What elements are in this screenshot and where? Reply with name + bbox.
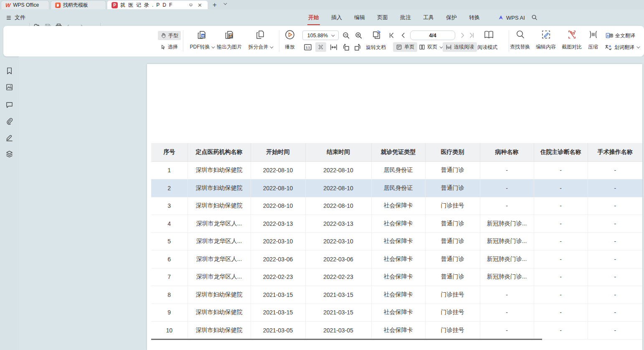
- find-replace-button[interactable]: 查找替换: [507, 28, 533, 52]
- table-cell: -: [534, 322, 588, 340]
- page-number-input[interactable]: 4/4: [410, 31, 455, 40]
- table-cell: 深圳市妇幼保健院: [188, 161, 251, 179]
- document-side-panel: [0, 56, 19, 350]
- comment-icon[interactable]: [5, 101, 13, 109]
- table-cell: 5: [151, 232, 188, 250]
- word-translate-button[interactable]: A 划词翻译: [602, 43, 641, 52]
- table-cell: 深圳市龙华区人...: [188, 232, 251, 250]
- double-page-button[interactable]: 双页: [416, 42, 445, 52]
- table-cell: -: [534, 286, 588, 304]
- tab-wps-office[interactable]: W WPS Office: [1, 0, 49, 9]
- screen-mode-icon[interactable]: [188, 2, 194, 8]
- first-page-icon[interactable]: [388, 32, 395, 38]
- table-header-cell: 病种名称: [480, 143, 534, 161]
- menu-wps-ai[interactable]: WPS AI: [498, 9, 525, 26]
- attachment-icon[interactable]: [5, 117, 13, 125]
- layers-icon[interactable]: [5, 150, 13, 158]
- menu-insert[interactable]: 插入: [331, 14, 342, 21]
- rotate-pages-icon[interactable]: [370, 29, 382, 41]
- screenshot-compare-button[interactable]: 截图对比: [559, 28, 585, 52]
- table-cell: 新冠肺炎门诊...: [480, 250, 534, 268]
- table-cell: 1: [151, 161, 188, 179]
- play-button[interactable]: 播放: [281, 28, 299, 52]
- rotate-left-icon[interactable]: [342, 43, 350, 51]
- next-page-icon[interactable]: [459, 32, 466, 38]
- bookmark-icon[interactable]: [5, 67, 13, 75]
- zoom-out-icon[interactable]: [342, 31, 350, 39]
- hand-tool-button[interactable]: 手型: [158, 31, 181, 40]
- table-cell: 深圳市妇幼保健院: [188, 179, 251, 197]
- zoom-in-icon[interactable]: [355, 31, 363, 39]
- read-mode-label[interactable]: 阅读模式: [477, 44, 497, 51]
- table-cell: -: [588, 161, 642, 179]
- actual-size-icon[interactable]: 1:1: [304, 43, 312, 51]
- fit-page-icon: [318, 43, 323, 51]
- close-tab-icon[interactable]: ✕: [196, 3, 203, 8]
- table-cell: 10: [151, 322, 188, 340]
- table-cell: 2021-03-15: [305, 286, 371, 304]
- table-cell: -: [588, 232, 642, 250]
- single-page-button[interactable]: 单页: [393, 42, 417, 52]
- tab-document-pdf[interactable]: P 就医记录.PDF ✕: [107, 0, 208, 9]
- read-mode-icon[interactable]: [483, 29, 494, 41]
- table-row: 3深圳市妇幼保健院2022-08-102022-08-10社会保障卡门诊挂号--…: [151, 197, 642, 215]
- rotate-right-icon[interactable]: [354, 43, 362, 51]
- table-cell: 社会保障卡: [371, 286, 425, 304]
- full-translate-button[interactable]: A 全文翻译: [603, 31, 638, 40]
- export-image-button[interactable]: 输出为图片: [212, 28, 247, 52]
- table-cell: -: [588, 179, 642, 197]
- table-cell: -: [534, 197, 588, 215]
- chevron-down-icon: [270, 45, 273, 48]
- svg-text:A: A: [609, 44, 611, 48]
- menu-tools[interactable]: 工具: [423, 14, 434, 21]
- menu-convert[interactable]: 转换: [469, 14, 480, 21]
- previous-page-icon[interactable]: [400, 32, 406, 38]
- continuous-read-button[interactable]: 连续阅读: [443, 42, 477, 52]
- edit-content-button[interactable]: 编辑内容: [533, 28, 559, 52]
- menu-edit[interactable]: 编辑: [354, 14, 365, 21]
- select-tool-button[interactable]: 选择: [158, 42, 180, 51]
- compress-button[interactable]: 压缩: [584, 28, 602, 52]
- table-cell: 普通门诊: [425, 268, 480, 286]
- table-cell: 居民身份证: [371, 179, 425, 197]
- table-cell: 普通门诊: [425, 232, 480, 250]
- table-cell: 2022-08-10: [305, 179, 371, 197]
- menu-search-icon[interactable]: [531, 14, 538, 20]
- table-cell: 深圳市妇幼保健院: [188, 304, 251, 322]
- table-cell: 深圳市妇幼保健院: [188, 286, 251, 304]
- tab-docer-templates[interactable]: 找稻壳模板: [51, 0, 106, 9]
- table-cell: 门诊挂号: [425, 197, 480, 215]
- file-menu-button[interactable]: 文件: [6, 14, 25, 21]
- thumbnail-icon[interactable]: [5, 83, 13, 91]
- table-row: 8深圳市妇幼保健院2021-03-152021-03-15社会保障卡门诊挂号--…: [151, 286, 642, 304]
- play-icon: [284, 29, 295, 40]
- fit-page-button[interactable]: [315, 42, 326, 52]
- table-header-cell: 医疗类别: [425, 143, 480, 161]
- menu-comment[interactable]: 批注: [400, 14, 411, 21]
- document-viewport[interactable]: 序号定点医药机构名称开始时间结束时间就诊凭证类型医疗类别病种名称住院主诊断名称手…: [19, 56, 644, 350]
- split-merge-button[interactable]: 拆分合并: [243, 28, 278, 52]
- table-cell: 门诊挂号: [425, 304, 480, 322]
- table-cell: 2: [151, 179, 188, 197]
- menu-page[interactable]: 页面: [377, 14, 388, 21]
- zoom-level-combobox[interactable]: 105.88%: [302, 31, 339, 40]
- signature-pen-icon[interactable]: [5, 133, 13, 141]
- split-merge-icon: [255, 29, 266, 40]
- table-cell: -: [534, 161, 588, 179]
- rotate-doc-label[interactable]: 旋转文档: [366, 44, 386, 51]
- menu-home[interactable]: 开始: [308, 14, 319, 21]
- table-cell: -: [588, 215, 642, 233]
- table-cell: -: [480, 197, 534, 215]
- new-tab-icon[interactable]: +: [213, 1, 217, 9]
- menu-protect[interactable]: 保护: [446, 14, 457, 21]
- last-page-icon[interactable]: [469, 32, 475, 38]
- table-cell: 社会保障卡: [371, 215, 425, 233]
- table-row: 2深圳市妇幼保健院2022-08-102022-08-10居民身份证普通门诊--…: [151, 179, 642, 197]
- tab-list-chevron-icon[interactable]: [223, 1, 227, 5]
- table-cell: -: [534, 215, 588, 233]
- table-cell: 3: [151, 197, 188, 215]
- table-row: 4深圳市龙华区人...2022-03-132022-03-13社会保障卡普通门诊…: [151, 215, 642, 233]
- wps-logo-icon: W: [5, 2, 10, 8]
- tab-label: 找稻壳模板: [63, 2, 88, 9]
- fit-width-icon[interactable]: [330, 43, 338, 51]
